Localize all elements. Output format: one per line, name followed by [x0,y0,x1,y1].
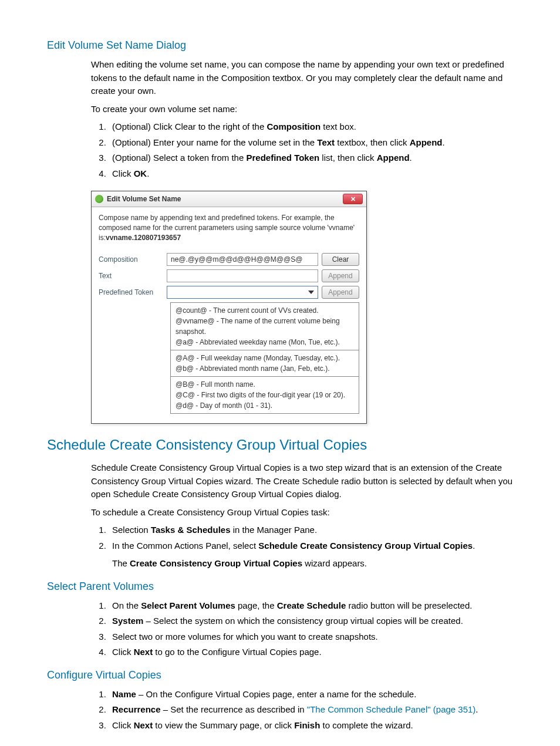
dialog-title: Edit Volume Set Name [107,194,339,204]
heading-configure-virtual-copies: Configure Virtual Copies [47,667,513,683]
chevron-down-icon [308,291,314,294]
list-item: Recurrence – Set the recurrence as descr… [109,703,513,717]
dialog-titlebar: Edit Volume Set Name ✕ [92,191,366,207]
list-item: Selection Tasks & Schedules in the Manag… [109,524,513,537]
dialog-description: Compose name by appending text and prede… [99,213,359,242]
link-common-schedule-panel[interactable]: "The Common Schedule Panel" (page 351) [307,704,475,714]
token-group: @count@ - The current count of VVs creat… [170,302,359,350]
list-item: System – Select the system on which the … [109,615,513,628]
ordered-list: On the Select Parent Volumes page, the C… [91,599,513,659]
token-group: @B@ - Full month name. @C@ - First two d… [170,377,359,414]
ordered-list: Name – On the Configure Virtual Copies p… [91,688,513,733]
paragraph: When editing the volume set name, you ca… [91,58,513,98]
label-text: Text [99,271,163,281]
list-item: Click Next to view the Summary page, or … [109,719,513,733]
list-item: Select two or more volumes for which you… [109,630,513,644]
label-predefined-token: Predefined Token [99,287,163,298]
text-input[interactable] [167,269,318,282]
dialog-edit-volume-set-name: Edit Volume Set Name ✕ Compose name by a… [91,191,367,424]
close-button[interactable]: ✕ [343,194,363,204]
list-item: On the Select Parent Volumes page, the C… [109,599,513,613]
list-item: Click Next to go to the Configure Virtua… [109,646,513,659]
refresh-icon [95,195,103,203]
list-item: (Optional) Click Clear to the right of t… [109,120,513,134]
list-item: In the Common Actions Panel, select Sche… [109,539,513,571]
token-list: @count@ - The current count of VVs creat… [170,302,359,414]
clear-button[interactable]: Clear [322,253,359,266]
heading-schedule-create-consistency-group: Schedule Create Consistency Group Virtua… [47,434,513,455]
list-item: Name – On the Configure Virtual Copies p… [109,688,513,701]
label-composition: Composition [99,254,163,265]
append-text-button[interactable]: Append [322,269,359,282]
heading-edit-volume-set-name-dialog: Edit Volume Set Name Dialog [47,38,513,53]
composition-input[interactable] [167,253,318,266]
token-group: @A@ - Full weekday name (Monday, Tuesday… [170,350,359,377]
heading-select-parent-volumes: Select Parent Volumes [47,579,513,595]
paragraph: To schedule a Create Consistency Group V… [91,506,513,519]
ordered-list: Selection Tasks & Schedules in the Manag… [91,524,513,571]
predefined-token-select[interactable] [167,286,318,299]
append-token-button[interactable]: Append [322,286,359,299]
paragraph: Schedule Create Consistency Group Virtua… [91,461,513,501]
ordered-list: (Optional) Click Clear to the right of t… [91,120,513,180]
list-item: (Optional) Select a token from the Prede… [109,151,513,165]
list-item: Click OK. [109,167,513,181]
list-item: (Optional) Enter your name for the volum… [109,136,513,150]
paragraph: To create your own volume set name: [91,103,513,116]
